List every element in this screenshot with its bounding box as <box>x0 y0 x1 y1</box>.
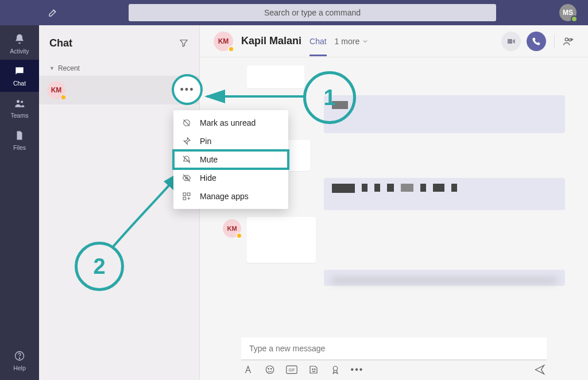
rail-activity[interactable]: Activity <box>0 28 39 60</box>
format-button[interactable] <box>242 364 254 375</box>
ctx-pin[interactable]: Pin <box>173 132 288 150</box>
rail-files-label: Files <box>13 144 26 151</box>
message-bubble[interactable] <box>324 95 565 133</box>
bell-icon <box>13 33 26 45</box>
presence-away-icon <box>60 94 67 100</box>
svg-point-7 <box>268 369 269 370</box>
unread-icon <box>181 118 192 127</box>
svg-point-13 <box>333 366 338 371</box>
redacted-content <box>332 184 557 193</box>
audio-call-button[interactable] <box>527 32 546 51</box>
rail-help[interactable]: Help <box>0 344 39 377</box>
annotation-2-label: 2 <box>93 254 105 279</box>
chat-header: KM Kapil Malani Chat 1 more <box>200 25 588 57</box>
rail-chat[interactable]: Chat <box>0 60 39 92</box>
filter-icon <box>179 38 189 48</box>
message-bubble[interactable] <box>247 217 316 263</box>
message-row-incoming: KM <box>223 217 565 263</box>
help-icon <box>13 350 26 362</box>
pin-icon <box>181 137 192 146</box>
presence-available-icon <box>571 15 578 22</box>
caret-down-icon: ▼ <box>49 65 55 71</box>
redacted-content <box>332 101 557 109</box>
tabs-more[interactable]: 1 more <box>335 37 369 46</box>
rail-teams[interactable]: Teams <box>0 92 39 124</box>
header-avatar-initials: KM <box>218 37 229 45</box>
tab-chat[interactable]: Chat <box>310 37 327 46</box>
svg-point-6 <box>266 366 274 374</box>
rail-files[interactable]: Files <box>0 124 39 156</box>
filter-button[interactable] <box>179 38 189 48</box>
chat-icon <box>13 65 26 77</box>
ctx-mark-unread[interactable]: Mark as unread <box>173 114 288 132</box>
svg-point-11 <box>312 369 314 370</box>
me-initials: MS <box>563 9 573 17</box>
apps-icon <box>181 192 192 201</box>
ctx-pin-label: Pin <box>200 137 211 146</box>
gif-icon: GIF <box>286 365 297 374</box>
compose-icon <box>48 7 58 18</box>
hide-icon <box>181 173 192 183</box>
message-input[interactable] <box>241 338 547 360</box>
section-recent-label: Recent <box>58 64 80 72</box>
files-icon <box>13 129 26 142</box>
more-compose-button[interactable]: ••• <box>351 364 363 375</box>
section-recent[interactable]: ▼ Recent <box>39 61 199 76</box>
emoji-button[interactable] <box>264 364 276 375</box>
ctx-mute[interactable]: Mute <box>173 150 288 169</box>
svg-rect-16 <box>183 193 186 196</box>
ctx-manage-apps[interactable]: Manage apps <box>173 187 288 205</box>
message-avatar: KM <box>223 219 241 238</box>
chat-item-more-button[interactable]: ••• <box>172 74 203 105</box>
header-avatar[interactable]: KM <box>214 32 233 51</box>
svg-point-8 <box>271 369 272 370</box>
message-bubble[interactable] <box>247 65 304 88</box>
praise-button[interactable] <box>330 364 341 375</box>
ctx-mute-label: Mute <box>200 155 218 164</box>
rail-help-label: Help <box>13 365 26 371</box>
badge-icon <box>330 365 341 375</box>
message-bubble[interactable]: xxxxxxxxxxxxxxxxxxxxxxxxxxxxxxxxxxxxxxxx… <box>324 270 565 286</box>
message-avatar-initials: KM <box>227 225 237 232</box>
redacted-content: xxxxxxxxxxxxxxxxxxxxxxxxxxxxxxxxxxxxxxxx… <box>332 276 557 285</box>
annotation-step-1: 1 <box>303 71 356 124</box>
sticker-button[interactable] <box>308 364 319 375</box>
tabs-more-label: 1 more <box>335 37 360 46</box>
annotation-step-2: 2 <box>75 242 124 291</box>
teams-icon <box>13 97 26 110</box>
chevron-down-icon <box>362 38 369 45</box>
message-row-incoming <box>223 65 565 88</box>
sticker-icon <box>308 365 319 375</box>
me-avatar[interactable]: MS <box>559 4 577 21</box>
divider <box>554 34 555 48</box>
message-bubble[interactable] <box>324 178 565 210</box>
search-input[interactable] <box>129 4 496 21</box>
new-chat-button[interactable] <box>46 6 60 20</box>
chat-title: Kapil Malani <box>241 35 301 47</box>
add-people-button[interactable] <box>563 36 574 47</box>
ctx-manage-apps-label: Manage apps <box>200 192 249 201</box>
svg-point-1 <box>21 101 23 103</box>
phone-icon <box>532 37 541 46</box>
svg-rect-17 <box>187 193 190 196</box>
video-call-button[interactable] <box>501 32 521 51</box>
svg-text:GIF: GIF <box>288 368 295 372</box>
gif-button[interactable]: GIF <box>286 364 297 375</box>
chat-list-header: Chat <box>39 25 199 61</box>
annotation-1-label: 1 <box>323 86 335 110</box>
emoji-icon <box>265 365 275 375</box>
ctx-hide[interactable]: Hide <box>173 169 288 187</box>
send-button[interactable] <box>534 364 546 375</box>
compose-toolbar: GIF ••• <box>241 360 547 375</box>
ctx-mark-unread-label: Mark as unread <box>200 118 256 127</box>
svg-point-12 <box>315 369 316 370</box>
ctx-hide-label: Hide <box>200 173 216 183</box>
svg-rect-18 <box>183 197 186 200</box>
format-icon <box>243 365 253 375</box>
search-container <box>77 4 548 21</box>
top-bar: MS <box>0 0 588 25</box>
people-add-icon <box>563 36 574 47</box>
contact-initials: KM <box>51 86 62 94</box>
chat-list-item[interactable]: KM ••• <box>39 76 199 104</box>
svg-point-4 <box>565 38 568 41</box>
